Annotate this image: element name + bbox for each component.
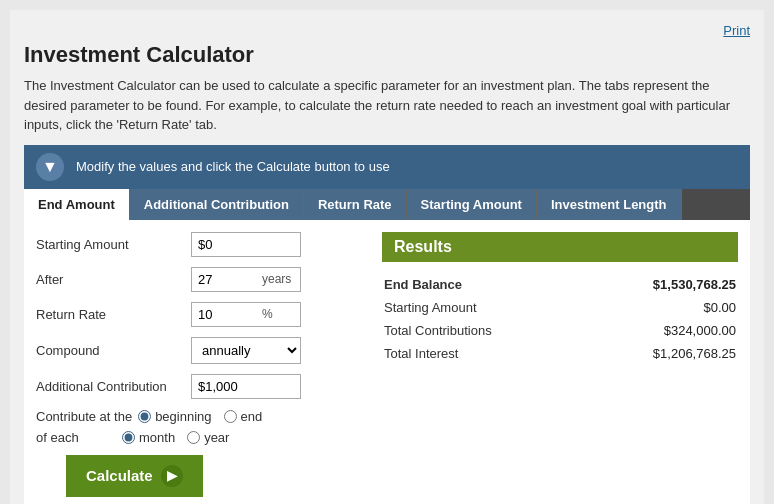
end-radio[interactable] [224,410,237,423]
additional-contribution-row: Additional Contribution [36,374,366,399]
starting-amount-input[interactable] [191,232,301,257]
contribute-section: Contribute at the beginning end of each … [36,409,366,445]
calculate-arrow-icon: ▶ [161,465,183,487]
info-bar-arrow-icon: ▼ [36,153,64,181]
starting-amount-row: Starting Amount [36,232,366,257]
total-contributions-value: $324,000.00 [583,320,736,341]
after-unit: years [262,272,295,286]
info-bar-text: Modify the values and click the Calculat… [76,159,390,174]
total-interest-row: Total Interest $1,206,768.25 [384,343,736,364]
return-rate-row: Return Rate % [36,302,366,327]
after-input[interactable] [192,268,262,291]
tab-investment-length[interactable]: Investment Length [537,189,682,220]
results-starting-amount-value: $0.00 [583,297,736,318]
contribute-at-label: Contribute at the [36,409,132,424]
calculate-button[interactable]: Calculate ▶ [66,455,203,497]
total-interest-value: $1,206,768.25 [583,343,736,364]
month-radio[interactable] [122,431,135,444]
tab-bar: End Amount Additional Contribution Retur… [24,189,750,220]
additional-contribution-input[interactable] [191,374,301,399]
return-rate-input[interactable] [192,303,262,326]
results-starting-amount-label: Starting Amount [384,297,581,318]
month-label[interactable]: month [122,430,175,445]
tab-return-rate[interactable]: Return Rate [304,189,407,220]
calculate-label: Calculate [86,467,153,484]
end-balance-row: End Balance $1,530,768.25 [384,274,736,295]
end-label[interactable]: end [224,409,263,424]
additional-contribution-label: Additional Contribution [36,379,191,394]
starting-amount-label: Starting Amount [36,237,191,252]
info-bar: ▼ Modify the values and click the Calcul… [24,145,750,189]
results-table: End Balance $1,530,768.25 Starting Amoun… [382,272,738,366]
after-label: After [36,272,191,287]
return-rate-unit: % [262,307,277,321]
total-interest-label: Total Interest [384,343,581,364]
end-balance-label: End Balance [384,274,581,295]
return-rate-input-group: % [191,302,301,327]
year-radio[interactable] [187,431,200,444]
compound-select[interactable]: annually semi-annually quarterly monthly… [191,337,301,364]
end-balance-value: $1,530,768.25 [583,274,736,295]
print-link[interactable]: Print [723,23,750,38]
beginning-radio[interactable] [138,410,151,423]
of-each-label: of each [36,430,116,445]
after-input-group: years [191,267,301,292]
after-row: After years [36,267,366,292]
results-starting-amount-row: Starting Amount $0.00 [384,297,736,318]
tab-starting-amount[interactable]: Starting Amount [407,189,537,220]
tab-additional-contribution[interactable]: Additional Contribution [130,189,304,220]
beginning-label[interactable]: beginning [138,409,211,424]
compound-row: Compound annually semi-annually quarterl… [36,337,366,364]
page-title: Investment Calculator [24,42,750,68]
results-title: Results [382,232,738,262]
left-panel: Starting Amount After years Return Rate … [36,232,366,497]
compound-label: Compound [36,343,191,358]
year-period-label[interactable]: year [187,430,229,445]
total-contributions-row: Total Contributions $324,000.00 [384,320,736,341]
contribute-at-row: Contribute at the beginning end [36,409,366,424]
main-content: Starting Amount After years Return Rate … [24,220,750,505]
total-contributions-label: Total Contributions [384,320,581,341]
right-panel: Results End Balance $1,530,768.25 Starti… [382,232,738,497]
page-description: The Investment Calculator can be used to… [24,76,750,135]
of-each-row: of each month year [36,430,366,445]
return-rate-label: Return Rate [36,307,191,322]
tab-end-amount[interactable]: End Amount [24,189,130,220]
